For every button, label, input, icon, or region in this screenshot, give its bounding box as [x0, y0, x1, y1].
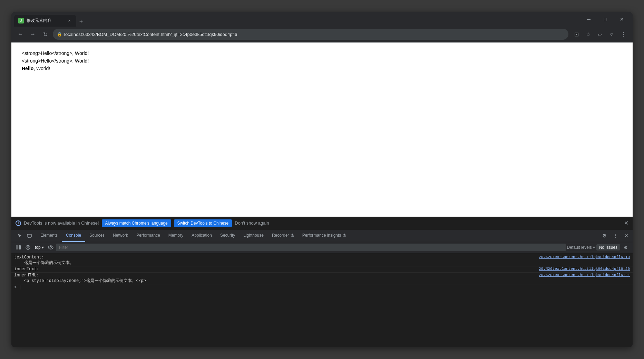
banner-close-button[interactable]: ✕: [624, 220, 628, 226]
minimize-button[interactable]: ─: [581, 14, 597, 25]
prompt-arrow-icon: >: [14, 285, 17, 290]
dont-show-again-button[interactable]: Don't show again: [235, 220, 269, 226]
page-line-3-rest: , World!: [33, 66, 50, 71]
console-source-2[interactable]: 20.%20textContent.ht…t1lqk90idod4pfl6:20: [536, 267, 630, 271]
live-expressions-button[interactable]: [47, 243, 55, 252]
favicon-letter: J: [20, 19, 22, 22]
console-toolbar: top ▾ Default levels ▾ No Issues ⚙: [11, 242, 633, 253]
banner-info-icon: i: [16, 220, 21, 226]
svg-rect-0: [27, 234, 31, 237]
page-body: <strong>Hello</strong>, World! <strong>H…: [11, 42, 633, 217]
always-match-language-button[interactable]: Always match Chrome's language: [102, 219, 171, 227]
banner-text: DevTools is now available in Chinese!: [24, 220, 99, 226]
default-levels-arrow: ▾: [593, 245, 595, 250]
tab-recorder[interactable]: Recorder ⚗: [268, 229, 298, 242]
maximize-button[interactable]: □: [597, 14, 613, 25]
svg-rect-3: [19, 245, 21, 249]
tab-title: 修改元素内容: [27, 18, 64, 23]
console-filter-input[interactable]: [56, 244, 566, 251]
devtools-tab-right: ⚙ ⋮ ✕: [599, 231, 631, 240]
url-text: localhost:63342/BOM_DOM/20.%20textConten…: [64, 32, 237, 37]
svg-point-8: [50, 247, 51, 248]
console-sidebar-toggle[interactable]: [14, 243, 22, 252]
devtools-tabs: Elements Console Sources Network Perform…: [11, 230, 633, 242]
tab-memory[interactable]: Memory: [164, 229, 187, 242]
devtools-settings-button[interactable]: ⚙: [599, 231, 609, 240]
prompt-cursor: |: [19, 285, 21, 290]
tab-elements[interactable]: Elements: [36, 229, 62, 242]
tab-performance[interactable]: Performance: [132, 229, 164, 242]
console-row-innertext: innerText: 20.%20textContent.ht…t1lqk90i…: [11, 266, 633, 273]
devtools-banner: i DevTools is now available in Chinese! …: [11, 217, 633, 230]
console-row-innerhtml: innerHTML: <p style="display:none;">这是一个…: [11, 273, 633, 284]
devtools-panel: Elements Console Sources Network Perform…: [11, 230, 633, 347]
svg-point-7: [48, 246, 53, 249]
tab-favicon: J: [18, 18, 24, 23]
address-bar: ← → ↻ 🔒 localhost:63342/BOM_DOM/20.%20te…: [11, 27, 633, 42]
svg-rect-2: [16, 245, 18, 249]
element-picker-icon[interactable]: [16, 232, 24, 240]
tab-performance-insights[interactable]: Performance insights ⚗: [298, 229, 350, 242]
refresh-button[interactable]: ↻: [40, 29, 50, 39]
page-content: <strong>Hello</strong>, World! <strong>H…: [11, 42, 633, 217]
profile-button[interactable]: ○: [606, 29, 617, 39]
console-row-textcontent: textContent: 这是一个隐藏的示例文本。 20.%20textCont…: [11, 255, 633, 266]
tab-close-button[interactable]: ×: [67, 18, 72, 23]
device-toggle-icon[interactable]: [25, 232, 33, 240]
console-prompt-row[interactable]: > |: [11, 284, 633, 291]
console-source-1[interactable]: 20.%20textContent.ht…t1lqk90idod4pfl6:19: [536, 255, 630, 259]
tab-sources[interactable]: Sources: [85, 229, 109, 242]
split-button[interactable]: ▱: [595, 29, 605, 39]
active-tab[interactable]: J 修改元素内容 ×: [14, 15, 76, 27]
console-output: textContent: 这是一个隐藏的示例文本。 20.%20textCont…: [11, 253, 633, 347]
lock-icon: 🔒: [57, 32, 62, 37]
console-clear-button[interactable]: [24, 243, 32, 252]
title-bar: J 修改元素内容 × + ─ □ ✕: [11, 12, 633, 27]
switch-to-chinese-button[interactable]: Switch DevTools to Chinese: [174, 219, 232, 227]
bookmark-button[interactable]: ☆: [583, 29, 593, 39]
context-selector[interactable]: top ▾: [33, 244, 45, 251]
tab-console[interactable]: Console: [62, 229, 85, 242]
devtools-more-button[interactable]: ⋮: [611, 231, 620, 240]
url-bar[interactable]: 🔒 localhost:63342/BOM_DOM/20.%20textCont…: [53, 29, 568, 40]
title-bar-controls: ─ □ ✕: [581, 14, 630, 25]
svg-rect-1: [28, 237, 30, 238]
page-line-2: <strong>Hello</strong>, World!: [22, 57, 622, 65]
tab-security[interactable]: Security: [216, 229, 239, 242]
back-button[interactable]: ←: [16, 29, 25, 39]
tab-strip: J 修改元素内容 × +: [14, 12, 579, 27]
tab-network[interactable]: Network: [109, 229, 132, 242]
menu-button[interactable]: ⋮: [618, 29, 628, 39]
close-window-button[interactable]: ✕: [614, 14, 630, 25]
cast-button[interactable]: ⊡: [571, 29, 582, 39]
tab-lighthouse[interactable]: Lighthouse: [239, 229, 268, 242]
console-text-innerhtml: innerHTML: <p style="display:none;">这是一个…: [14, 273, 536, 284]
context-label: top: [35, 245, 41, 250]
console-text-innertext: innerText:: [14, 267, 536, 272]
console-source-3[interactable]: 20.%20textContent.ht…t1lqk90idod4pfl6:21: [536, 273, 630, 277]
no-issues-button[interactable]: No Issues: [596, 244, 620, 251]
devtools-close-button[interactable]: ✕: [622, 231, 631, 240]
devtools-tab-icons: [13, 232, 36, 240]
console-text-textcontent: textContent: 这是一个隐藏的示例文本。: [14, 255, 536, 266]
new-tab-button[interactable]: +: [76, 17, 86, 27]
context-arrow: ▾: [42, 245, 44, 250]
default-levels-label: Default levels: [567, 245, 592, 250]
page-line-3: Hello, World!: [22, 65, 622, 72]
tab-application[interactable]: Application: [187, 229, 216, 242]
browser-window: J 修改元素内容 × + ─ □ ✕ ← → ↻ 🔒 localhost:633…: [11, 12, 633, 347]
page-line-1: <strong>Hello</strong>, World!: [22, 49, 622, 57]
forward-button[interactable]: →: [28, 29, 38, 39]
console-settings-button[interactable]: ⚙: [622, 243, 630, 252]
address-actions: ⊡ ☆ ▱ ○ ⋮: [571, 29, 628, 39]
page-line-3-bold: Hello: [22, 66, 33, 71]
default-levels-dropdown[interactable]: Default levels ▾: [567, 245, 595, 250]
